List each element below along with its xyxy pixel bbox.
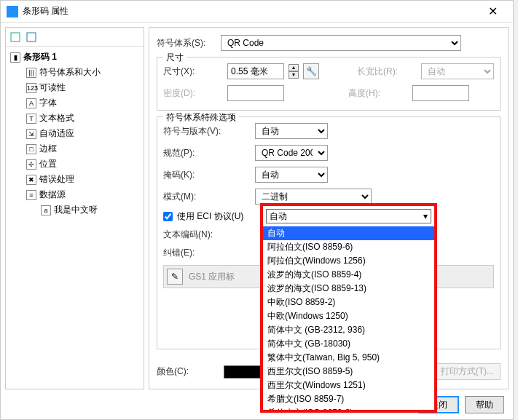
close-icon[interactable]: ✕ [478, 4, 507, 18]
encoding-dropdown-selected[interactable]: 自动 ▾ [266, 209, 431, 223]
spec-select[interactable]: QR Code 2005 [255, 145, 328, 161]
spec-label: 规范(P): [163, 147, 251, 159]
position-icon: ✢ [26, 159, 36, 170]
barcode-icon: ▮ [10, 52, 20, 63]
sizex-label: 尺寸(X): [163, 66, 223, 78]
encoding-option[interactable]: 波罗的海文(ISO 8859-4) [263, 268, 434, 282]
readability-icon: 123 [26, 83, 36, 93]
tree-root-label: 条形码 1 [23, 51, 57, 63]
svg-rect-0 [11, 33, 20, 41]
sizex-input[interactable] [227, 63, 284, 79]
sizex-spinner[interactable]: ▲▼ [289, 64, 299, 79]
help-button[interactable]: 帮助 [465, 396, 504, 413]
special-group-title: 符号体系特殊选项 [163, 111, 239, 124]
ratio-label: 长宽比(R): [357, 66, 417, 78]
encoding-dropdown-list[interactable]: 自动阿拉伯文(ISO 8859-6)阿拉伯文(Windows 1256)波罗的海… [263, 226, 434, 410]
encoding-option[interactable]: 自动 [263, 226, 434, 240]
mask-select[interactable]: 自动 [255, 167, 328, 183]
symbology-icon: ||| [26, 68, 36, 78]
datasource-icon: ≡ [26, 190, 36, 200]
textformat-icon: T [26, 114, 36, 124]
svg-rect-1 [27, 33, 36, 41]
density-input [227, 85, 284, 101]
encoding-label: 文本编码(N): [163, 229, 251, 241]
toolbar-icon-2[interactable] [25, 31, 38, 44]
ratio-select: 自动 [421, 63, 494, 79]
encoding-option[interactable]: 波罗的海文(ISO 8859-13) [263, 282, 434, 296]
encoding-option[interactable]: 阿拉伯文(Windows 1256) [263, 254, 434, 268]
toolbar-icon-1[interactable] [9, 31, 22, 44]
font-icon: A [26, 98, 36, 108]
size-group-title: 尺寸 [163, 52, 187, 64]
eci-label: 使用 ECI 协议(U) [177, 210, 243, 223]
version-select[interactable]: 自动 [255, 123, 328, 139]
height-input [412, 85, 469, 101]
tree-item-font[interactable]: A字体 [6, 95, 144, 111]
encoding-option[interactable]: 西里尔文(Windows 1251) [263, 379, 434, 392]
tree-item-readability[interactable]: 123可读性 [6, 80, 144, 95]
border-icon: □ [26, 144, 36, 154]
size-group: 尺寸 尺寸(X): ▲▼ 🔧 长宽比(R): 自动 密度(D): 高度(H): [157, 57, 501, 111]
tree-item-error[interactable]: ✖错误处理 [6, 172, 144, 187]
encoding-option[interactable]: 简体中文 (GB-2312, 936) [263, 323, 434, 337]
property-tree: ▮ 条形码 1 |||符号体系和大小 123可读性 A字体 T文本格式 ⇲自动适… [6, 47, 144, 221]
height-label: 高度(H): [348, 87, 408, 100]
chevron-down-icon: ▾ [423, 211, 428, 221]
encoding-option[interactable]: 中欧(Windows 1250) [263, 309, 434, 323]
encoding-option[interactable]: 中欧(ISO 8859-2) [263, 296, 434, 309]
tree-item-position[interactable]: ✢位置 [6, 156, 144, 172]
dialog-window: 条形码 属性 ✕ ▮ 条形码 1 |||符号体系和大小 123可读性 A字体 T… [0, 0, 514, 420]
tree-root[interactable]: ▮ 条形码 1 [6, 49, 144, 65]
encoding-dropdown: 自动 ▾ 自动阿拉伯文(ISO 8859-6)阿拉伯文(Windows 1256… [260, 203, 437, 413]
encoding-option[interactable]: 希伯来文(ISO 8859-8) [263, 406, 434, 410]
encoding-option[interactable]: 阿拉伯文(ISO 8859-6) [263, 240, 434, 254]
window-title: 条形码 属性 [23, 5, 478, 17]
correction-label: 纠错(E): [163, 247, 251, 259]
tree-item-datasource[interactable]: ≡数据源 [6, 187, 144, 202]
app-icon [7, 6, 18, 17]
eci-checkbox[interactable] [163, 212, 173, 221]
encoding-option[interactable]: 繁体中文(Taiwan, Big 5, 950) [263, 351, 434, 365]
symbol-select[interactable]: QR Code [221, 35, 461, 51]
tree-item-border[interactable]: □边框 [6, 141, 144, 156]
tree-item-autofit[interactable]: ⇲自动适应 [6, 126, 144, 141]
tree-subitem[interactable]: a我是中文呀 [6, 202, 144, 218]
error-icon: ✖ [26, 175, 36, 185]
tree-item-textformat[interactable]: T文本格式 [6, 111, 144, 126]
gs1-label: GS1 应用标 [189, 271, 235, 283]
encoding-option[interactable]: 简体中文 (GB-18030) [263, 337, 434, 351]
tree-item-symbology[interactable]: |||符号体系和大小 [6, 65, 144, 80]
mode-label: 模式(M): [163, 191, 251, 203]
version-label: 符号与版本(V): [163, 125, 251, 138]
color-label: 颜色(C): [157, 365, 216, 378]
mask-label: 掩码(K): [163, 169, 251, 181]
sidebar: ▮ 条形码 1 |||符号体系和大小 123可读性 A字体 T文本格式 ⇲自动适… [5, 27, 144, 389]
titlebar: 条形码 属性 ✕ [1, 1, 513, 23]
print-method-button[interactable]: 打印方式(T)... [434, 363, 501, 380]
data-icon: a [41, 205, 51, 215]
sizex-tool-icon[interactable]: 🔧 [303, 63, 319, 79]
autofit-icon: ⇲ [26, 129, 36, 139]
gs1-wand-icon[interactable]: ✎ [167, 269, 183, 285]
density-label: 密度(D): [163, 87, 223, 100]
mode-select[interactable]: 二进制 [255, 189, 372, 205]
encoding-option[interactable]: 西里尔文(ISO 8859-5) [263, 365, 434, 379]
sidebar-toolbar [6, 28, 144, 47]
symbol-label: 符号体系(S): [157, 37, 216, 49]
encoding-option[interactable]: 希腊文(ISO 8859-7) [263, 392, 434, 406]
